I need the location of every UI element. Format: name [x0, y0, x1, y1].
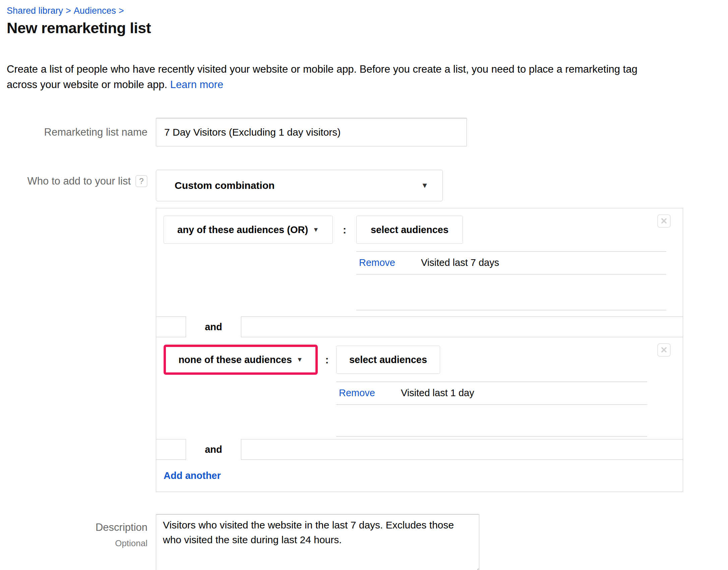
operator-dropdown-any-label: any of these audiences (OR): [177, 224, 308, 235]
operator-dropdown-any[interactable]: any of these audiences (OR) ▼: [164, 216, 333, 244]
chevron-down-icon: ▼: [421, 181, 428, 190]
remove-audience-link[interactable]: Remove: [359, 257, 421, 268]
and-connector-label: and: [186, 439, 241, 460]
audience-group-none: none of these audiences ▼ : select audie…: [156, 337, 683, 439]
new-remarketing-list-page: Shared library>Audiences> New remarketin…: [0, 0, 728, 570]
custom-combination-panel: any of these audiences (OR) ▼ : select a…: [156, 208, 683, 492]
learn-more-link[interactable]: Learn more: [170, 79, 224, 90]
and-connector-row: and: [156, 439, 683, 459]
close-icon[interactable]: ✕: [657, 214, 671, 228]
add-another-link[interactable]: Add another: [164, 470, 221, 481]
audience-list: Remove Visited last 1 day: [336, 381, 647, 437]
who-field-label: Who to add to your list: [27, 175, 131, 187]
name-field-label: Remarketing list name: [7, 126, 156, 138]
audience-list-item: Remove Visited last 7 days: [356, 252, 666, 275]
page-title: New remarketing list: [7, 19, 728, 37]
audience-name: Visited last 7 days: [421, 257, 499, 268]
description-field-row: Description Optional Visitors who visite…: [7, 514, 728, 570]
breadcrumb-separator: >: [119, 6, 124, 16]
audience-list-item: Remove Visited last 1 day: [336, 382, 647, 405]
name-field-row: Remarketing list name: [7, 118, 728, 146]
breadcrumb-separator: >: [66, 6, 71, 16]
breadcrumb-link-audiences[interactable]: Audiences: [74, 6, 116, 16]
operator-dropdown-none-label: none of these audiences: [178, 354, 292, 365]
who-field-row: Who to add to your list ? Custom combina…: [7, 170, 728, 492]
and-connector-stub: [156, 317, 186, 337]
breadcrumb: Shared library>Audiences>: [7, 5, 728, 16]
chevron-down-icon: ▼: [297, 356, 303, 363]
help-icon[interactable]: ?: [135, 175, 147, 187]
intro-text: Create a list of people who have recentl…: [7, 62, 649, 92]
select-audiences-button[interactable]: select audiences: [336, 346, 440, 374]
select-audiences-button[interactable]: select audiences: [356, 216, 463, 244]
colon-separator: :: [333, 224, 356, 236]
add-another-section: Add another: [156, 459, 683, 492]
and-connector-label: and: [186, 316, 241, 337]
and-connector-row: and: [156, 317, 683, 337]
chevron-down-icon: ▼: [313, 226, 319, 233]
who-to-add-dropdown[interactable]: Custom combination ▼: [156, 170, 443, 201]
audience-name: Visited last 1 day: [401, 387, 474, 399]
remove-audience-link[interactable]: Remove: [339, 387, 401, 399]
description-optional-label: Optional: [7, 538, 147, 549]
and-connector-stub: [156, 439, 186, 459]
who-to-add-selected-value: Custom combination: [175, 180, 275, 191]
description-label: Description: [7, 521, 147, 533]
intro-body: Create a list of people who have recentl…: [7, 63, 638, 90]
close-icon[interactable]: ✕: [657, 343, 671, 357]
colon-separator: :: [318, 354, 336, 366]
breadcrumb-link-shared-library[interactable]: Shared library: [7, 6, 63, 16]
remarketing-list-name-input[interactable]: [156, 118, 467, 146]
operator-dropdown-none-highlighted[interactable]: none of these audiences ▼: [164, 345, 318, 375]
audience-list: Remove Visited last 7 days: [356, 251, 666, 310]
description-textarea[interactable]: Visitors who visited the website in the …: [156, 514, 479, 570]
audience-group-any: any of these audiences (OR) ▼ : select a…: [156, 208, 683, 317]
